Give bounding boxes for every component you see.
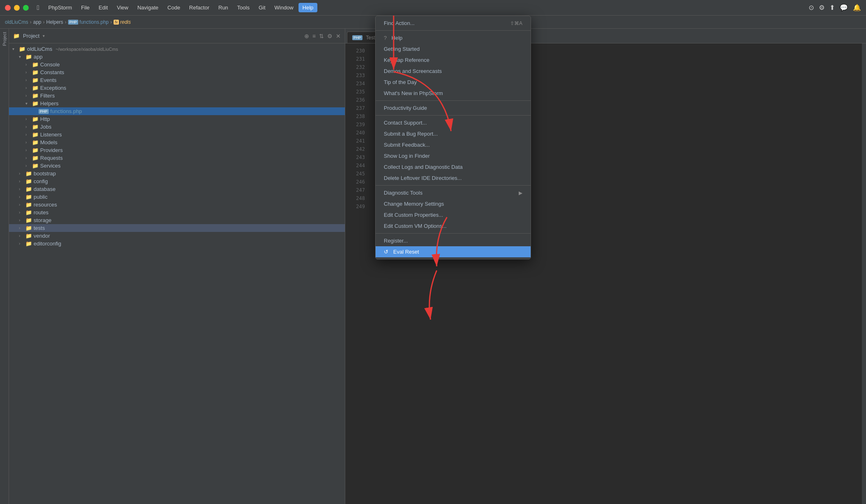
tree-item-storage[interactable]: › 📁 storage — [9, 216, 345, 224]
tree-item-vendor[interactable]: › 📁 vendor — [9, 232, 345, 240]
bootstrap-folder-icon: 📁 — [25, 170, 32, 177]
settings-icon[interactable]: ⚙ — [819, 4, 825, 11]
menu-change-memory[interactable]: Change Memory Settings — [376, 198, 531, 209]
routes-label: routes — [34, 209, 48, 216]
menu-submit-bug[interactable]: Submit a Bug Report... — [376, 128, 531, 139]
menu-run[interactable]: Run — [214, 3, 232, 12]
root-path: ~/workspace/xiaoba/oldLiuCms — [55, 47, 118, 52]
find-action-label: Find Action... — [384, 20, 415, 26]
menu-refactor[interactable]: Refactor — [185, 3, 213, 12]
helpers-label: Helpers — [40, 100, 59, 107]
tree-item-tests[interactable]: › 📁 tests — [9, 224, 345, 232]
tree-item-routes[interactable]: › 📁 routes — [9, 209, 345, 216]
menu-delete-leftover[interactable]: Delete Leftover IDE Directories... — [376, 173, 531, 184]
menu-phpstorm[interactable]: PhpStorm — [44, 3, 76, 12]
menu-help-item[interactable]: ? Help — [376, 32, 531, 43]
menu-tip-of-day[interactable]: Tip of the Day — [376, 77, 531, 88]
menu-eval-reset[interactable]: ↺ Eval Reset — [376, 246, 531, 257]
menu-git[interactable]: Git — [255, 3, 270, 12]
minimize-button[interactable] — [14, 5, 20, 11]
bell-icon[interactable]: 🔔 — [853, 4, 861, 11]
tree-arrow-filters: › — [25, 93, 32, 98]
menu-demos-screencasts[interactable]: Demos and Screencasts — [376, 66, 531, 77]
question-icon: ? — [384, 35, 387, 41]
tree-item-http[interactable]: › 📁 Http — [9, 115, 345, 123]
tree-arrow-helpers: ▾ — [25, 101, 32, 106]
collapse-all-icon[interactable]: ≡ — [312, 33, 316, 39]
menu-tools[interactable]: Tools — [233, 3, 253, 12]
menu-file[interactable]: File — [77, 3, 94, 12]
services-label: Services — [40, 163, 61, 169]
expand-icon[interactable]: ⇅ — [319, 33, 324, 39]
resources-label: resources — [34, 202, 57, 208]
menu-getting-started[interactable]: Getting Started — [376, 43, 531, 54]
tree-item-helpers[interactable]: ▾ 📁 Helpers — [9, 100, 345, 107]
console-label: Console — [40, 61, 60, 68]
tree-root[interactable]: ▾ 📁 oldLiuCms ~/workspace/xiaoba/oldLiuC… — [9, 45, 345, 53]
tree-arrow-database: › — [19, 187, 25, 191]
maximize-button[interactable] — [23, 5, 29, 11]
menu-edit[interactable]: Edit — [95, 3, 112, 12]
events-folder-icon: 📁 — [32, 77, 39, 83]
tree-item-providers[interactable]: › 📁 Providers — [9, 146, 345, 154]
breadcrumb-function[interactable]: redis — [120, 19, 131, 25]
services-folder-icon: 📁 — [32, 163, 39, 169]
menu-productivity-guide[interactable]: Productivity Guide — [376, 102, 531, 114]
gear-icon[interactable]: ⚙ — [327, 33, 333, 39]
tree-item-exceptions[interactable]: › 📁 Exceptions — [9, 84, 345, 92]
tree-arrow-editorconfig: › — [19, 241, 25, 246]
tree-item-jobs[interactable]: › 📁 Jobs — [9, 123, 345, 131]
http-label: Http — [40, 116, 50, 122]
locate-icon[interactable]: ⊕ — [304, 33, 309, 39]
tree-item-functions[interactable]: PHP functions.php — [9, 107, 345, 115]
menu-code[interactable]: Code — [163, 3, 184, 12]
vendor-folder-icon: 📁 — [25, 233, 32, 239]
menu-edit-custom-props[interactable]: Edit Custom Properties... — [376, 209, 531, 220]
tree-item-console[interactable]: › 📁 Console — [9, 61, 345, 68]
menu-view[interactable]: View — [113, 3, 132, 12]
tree-item-app[interactable]: ▾ 📁 app — [9, 53, 345, 61]
share-icon[interactable]: ⬆ — [830, 4, 835, 11]
menu-register[interactable]: Register... — [376, 235, 531, 246]
tree-item-database[interactable]: › 📁 database — [9, 185, 345, 193]
breadcrumb-app[interactable]: app — [33, 19, 41, 25]
tree-item-models[interactable]: › 📁 Models — [9, 138, 345, 146]
tree-item-public[interactable]: › 📁 public — [9, 193, 345, 201]
menu-edit-custom-vm[interactable]: Edit Custom VM Options... — [376, 220, 531, 232]
editorconfig-label: editorconfig — [34, 241, 61, 247]
menu-submit-feedback[interactable]: Submit Feedback... — [376, 139, 531, 150]
tree-item-config[interactable]: › 📁 config — [9, 177, 345, 185]
breadcrumb-helpers[interactable]: Helpers — [46, 19, 63, 25]
menu-collect-logs[interactable]: Collect Logs and Diagnostic Data — [376, 161, 531, 173]
tree-item-services[interactable]: › 📁 Services — [9, 162, 345, 170]
tree-item-bootstrap[interactable]: › 📁 bootstrap — [9, 170, 345, 177]
tree-item-requests[interactable]: › 📁 Requests — [9, 154, 345, 162]
contact-support-label: Contact Support... — [384, 120, 427, 126]
project-title-chevron[interactable]: ▾ — [43, 34, 45, 38]
breadcrumb-root[interactable]: oldLiuCms — [5, 19, 28, 25]
menu-window[interactable]: Window — [270, 3, 297, 12]
close-button[interactable] — [5, 5, 11, 11]
chat-icon[interactable]: 💬 — [840, 4, 848, 11]
menu-contact-support[interactable]: Contact Support... — [376, 117, 531, 128]
menu-navigate[interactable]: Navigate — [133, 3, 162, 12]
tree-item-filters[interactable]: › 📁 Filters — [9, 92, 345, 100]
menu-help[interactable]: Help — [299, 3, 318, 12]
breadcrumb-file[interactable]: functions.php — [80, 19, 109, 25]
menu-keymap-reference[interactable]: Keymap Reference — [376, 54, 531, 66]
tree-arrow-app: ▾ — [19, 54, 25, 59]
notification-icon[interactable]: ⊙ — [809, 4, 814, 11]
tree-item-editorconfig[interactable]: › 📁 editorconfig — [9, 240, 345, 247]
close-panel-icon[interactable]: ✕ — [336, 33, 341, 39]
project-strip-label[interactable]: Project — [2, 32, 7, 46]
menu-find-action[interactable]: Find Action... ⇧⌘A — [376, 18, 531, 29]
tree-item-constants[interactable]: › 📁 Constants — [9, 68, 345, 76]
tree-item-events[interactable]: › 📁 Events — [9, 76, 345, 84]
tip-of-day-label: Tip of the Day — [384, 79, 417, 85]
menu-diagnostic-tools[interactable]: Diagnostic Tools ▶ — [376, 187, 531, 198]
tree-item-listeners[interactable]: › 📁 Listeners — [9, 131, 345, 138]
editor-scrollbar[interactable] — [862, 43, 866, 504]
menu-whats-new[interactable]: What's New in PhpStorm — [376, 88, 531, 99]
tree-item-resources[interactable]: › 📁 resources — [9, 201, 345, 209]
menu-show-log[interactable]: Show Log in Finder — [376, 150, 531, 161]
